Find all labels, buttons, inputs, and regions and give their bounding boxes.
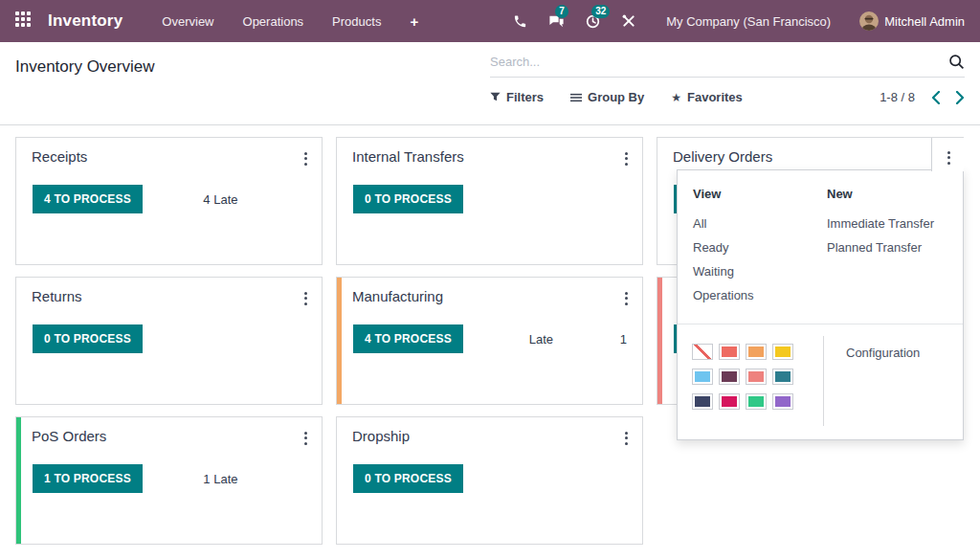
palette-divider <box>823 336 824 426</box>
card-title[interactable]: Delivery Orders <box>673 148 772 165</box>
nav-item-operations[interactable]: Operations <box>229 2 319 41</box>
menu-item-planned-transfer[interactable]: Planned Transfer <box>827 235 934 259</box>
kanban-card-receipts: Receipts 4 TO PROCESS 4 Late <box>15 137 323 265</box>
card-title[interactable]: Receipts <box>32 148 87 165</box>
color-swatch[interactable] <box>746 393 767 410</box>
to-process-button[interactable]: 0 TO PROCESS <box>353 185 463 213</box>
kanban-card-dropship: Dropship 0 TO PROCESS <box>336 416 643 545</box>
kanban-board: Receipts 4 TO PROCESS 4 Late Internal Tr… <box>0 125 980 559</box>
color-swatch[interactable] <box>692 369 713 385</box>
tools-icon[interactable] <box>620 12 637 30</box>
late-count-link[interactable]: Late <box>463 332 619 347</box>
card-color-stripe <box>16 278 21 404</box>
to-process-button[interactable]: 4 TO PROCESS <box>33 185 143 213</box>
control-panel: Inventory Overview Filters <box>0 42 980 125</box>
new-section-header: New <box>827 187 934 202</box>
filters-label: Filters <box>506 90 544 104</box>
user-menu[interactable]: Mitchell Admin <box>859 11 965 31</box>
dropdown-view-section: View All Ready Waiting Operations <box>693 187 754 307</box>
apps-grid-icon[interactable] <box>15 11 34 31</box>
filter-funnel-icon <box>490 92 501 102</box>
to-process-button[interactable]: 1 TO PROCESS <box>33 464 143 493</box>
top-navbar: Inventory Overview Operations Products +… <box>0 0 980 42</box>
card-color-stripe <box>337 138 342 264</box>
app-window: Inventory Overview Operations Products +… <box>0 0 980 559</box>
view-section-header: View <box>693 187 754 202</box>
card-title[interactable]: Returns <box>32 288 82 304</box>
group-by-button[interactable]: Group By <box>570 90 644 104</box>
group-by-icon <box>570 92 582 103</box>
favorites-label: Favorites <box>687 90 743 104</box>
search-box <box>490 54 965 78</box>
search-area: Filters Group By ★ Favorites 1-8 / 8 <box>490 54 965 104</box>
pager-next-icon[interactable] <box>956 91 965 104</box>
color-swatch[interactable] <box>719 344 740 360</box>
kebab-menu-icon[interactable] <box>297 426 314 450</box>
filters-button[interactable]: Filters <box>490 90 544 104</box>
card-color-stripe <box>657 278 662 404</box>
to-process-button[interactable]: 0 TO PROCESS <box>33 324 143 353</box>
color-swatch[interactable] <box>719 369 740 385</box>
color-swatch[interactable] <box>719 393 740 410</box>
app-name[interactable]: Inventory <box>48 11 122 31</box>
late-count-link[interactable]: 1 Late <box>143 472 299 486</box>
pager-value[interactable]: 1-8 / 8 <box>880 90 915 104</box>
color-swatch-none[interactable] <box>692 344 713 360</box>
menu-item-all[interactable]: All <box>693 212 754 235</box>
activities-count-badge: 32 <box>591 5 610 18</box>
late-count-value[interactable]: 1 <box>619 332 627 347</box>
to-process-button[interactable]: 4 TO PROCESS <box>353 324 463 353</box>
company-switcher[interactable]: My Company (San Francisco) <box>657 14 840 29</box>
kebab-menu-icon[interactable] <box>297 286 314 310</box>
card-title[interactable]: Manufacturing <box>352 288 443 304</box>
color-swatch[interactable] <box>772 393 793 410</box>
to-process-button[interactable]: 0 TO PROCESS <box>353 464 463 493</box>
color-swatch[interactable] <box>746 369 767 385</box>
messages-icon[interactable]: 7 <box>547 12 565 30</box>
phone-icon[interactable] <box>511 12 528 30</box>
kebab-menu-icon[interactable] <box>617 286 635 310</box>
color-swatch[interactable] <box>746 344 767 360</box>
favorites-button[interactable]: ★ Favorites <box>671 90 743 104</box>
card-title[interactable]: PoS Orders <box>32 428 106 444</box>
card-color-stripe <box>337 278 342 404</box>
search-options-row: Filters Group By ★ Favorites 1-8 / 8 <box>490 90 965 104</box>
menu-item-operations[interactable]: Operations <box>693 283 754 307</box>
kebab-menu-icon[interactable] <box>617 426 635 450</box>
configuration-link[interactable]: Configuration <box>846 346 920 360</box>
card-title[interactable]: Dropship <box>352 428 410 444</box>
color-palette <box>692 344 793 410</box>
search-input[interactable] <box>490 55 948 69</box>
card-color-stripe <box>657 138 662 264</box>
page-title: Inventory Overview <box>15 57 155 77</box>
star-icon: ★ <box>671 91 681 104</box>
color-swatch[interactable] <box>772 369 793 385</box>
kebab-menu-icon[interactable] <box>617 146 635 170</box>
card-manage-dropdown: View All Ready Waiting Operations New Im… <box>677 169 964 440</box>
dropdown-bottom-section: Configuration <box>678 324 963 439</box>
late-count-link[interactable]: 4 Late <box>143 192 299 207</box>
color-swatch[interactable] <box>772 344 793 360</box>
navbar-systray: 7 32 My Company (San Francisco) Mitchell… <box>511 11 965 31</box>
card-color-stripe <box>16 138 21 264</box>
kebab-menu-icon[interactable] <box>297 146 314 170</box>
nav-item-products[interactable]: Products <box>318 2 395 41</box>
search-icon[interactable] <box>948 54 965 70</box>
kanban-card-manufacturing: Manufacturing 4 TO PROCESS Late 1 <box>336 277 643 405</box>
kebab-menu-icon <box>940 145 957 169</box>
user-name: Mitchell Admin <box>884 14 965 29</box>
menu-item-ready[interactable]: Ready <box>693 235 754 259</box>
dropdown-new-section: New Immediate Transfer Planned Transfer <box>827 187 934 259</box>
kanban-card-returns: Returns 0 TO PROCESS <box>15 277 323 405</box>
pager-previous-icon[interactable] <box>931 91 940 104</box>
menu-item-immediate-transfer[interactable]: Immediate Transfer <box>827 212 934 235</box>
card-title[interactable]: Internal Transfers <box>352 148 464 165</box>
menu-item-waiting[interactable]: Waiting <box>693 259 754 283</box>
kanban-card-pos-orders: PoS Orders 1 TO PROCESS 1 Late <box>15 416 323 545</box>
open-kebab-toggle[interactable] <box>931 138 964 171</box>
color-swatch[interactable] <box>692 393 713 410</box>
activities-icon[interactable]: 32 <box>584 12 601 30</box>
plus-menu-icon[interactable]: + <box>395 4 433 39</box>
avatar <box>859 11 879 31</box>
nav-item-overview[interactable]: Overview <box>147 2 228 41</box>
